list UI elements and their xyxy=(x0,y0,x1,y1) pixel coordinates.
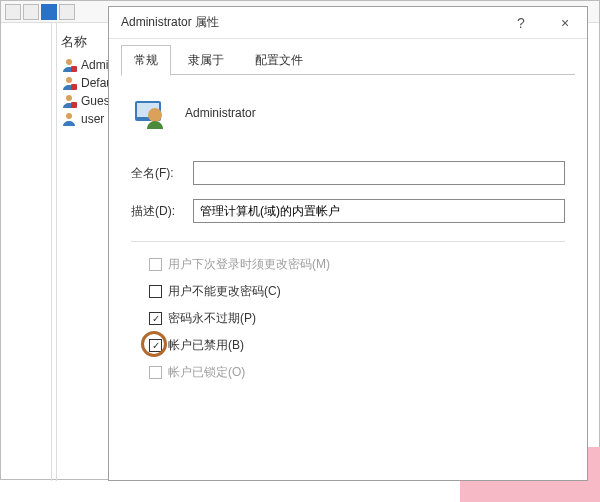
checkbox-icon xyxy=(149,339,162,352)
tab-content: Administrator 全名(F): 描述(D): 用户下次登录时须更改密码… xyxy=(109,75,587,401)
checkbox-account-disabled[interactable]: 帐户已禁用(B) xyxy=(149,337,565,354)
user-icon xyxy=(61,57,77,73)
toolbar-icon[interactable] xyxy=(41,4,57,20)
column-header-name: 名称 xyxy=(61,33,87,51)
user-avatar-icon xyxy=(131,95,167,131)
user-icon xyxy=(61,111,77,127)
checkbox-label: 帐户已锁定(O) xyxy=(168,364,245,381)
svg-point-4 xyxy=(66,95,72,101)
checkbox-label: 密码永不过期(P) xyxy=(168,310,256,327)
checkbox-cannot-change-password[interactable]: 用户不能更改密码(C) xyxy=(149,283,565,300)
toolbar-icon[interactable] xyxy=(5,4,21,20)
checkbox-icon xyxy=(149,312,162,325)
checkbox-label: 用户不能更改密码(C) xyxy=(168,283,281,300)
tab-strip: 常规 隶属于 配置文件 xyxy=(109,45,587,75)
window-title: Administrator 属性 xyxy=(109,14,499,31)
svg-point-9 xyxy=(148,108,162,122)
full-name-label: 全名(F): xyxy=(131,165,193,182)
description-label: 描述(D): xyxy=(131,203,193,220)
checkbox-label: 用户下次登录时须更改密码(M) xyxy=(168,256,330,273)
separator xyxy=(131,241,565,242)
toolbar-icon[interactable] xyxy=(59,4,75,20)
titlebar: Administrator 属性 ? × xyxy=(109,7,587,39)
checkbox-account-locked: 帐户已锁定(O) xyxy=(149,364,565,381)
svg-rect-1 xyxy=(71,66,77,72)
svg-point-2 xyxy=(66,77,72,83)
checkbox-icon xyxy=(149,258,162,271)
checkbox-icon xyxy=(149,366,162,379)
description-input[interactable] xyxy=(193,199,565,223)
checkbox-label: 帐户已禁用(B) xyxy=(168,337,244,354)
svg-rect-3 xyxy=(71,84,77,90)
checkbox-icon xyxy=(149,285,162,298)
tab-member-of[interactable]: 隶属于 xyxy=(175,45,237,76)
full-name-input[interactable] xyxy=(193,161,565,185)
toolbar-icon[interactable] xyxy=(23,4,39,20)
checkbox-must-change-password: 用户下次登录时须更改密码(M) xyxy=(149,256,565,273)
user-icon xyxy=(61,75,77,91)
checkbox-password-never-expires[interactable]: 密码永不过期(P) xyxy=(149,310,565,327)
user-icon xyxy=(61,93,77,109)
svg-point-0 xyxy=(66,59,72,65)
svg-point-6 xyxy=(66,113,72,119)
help-button[interactable]: ? xyxy=(499,7,543,39)
tab-general[interactable]: 常规 xyxy=(121,45,171,76)
close-button[interactable]: × xyxy=(543,7,587,39)
properties-dialog: Administrator 属性 ? × 常规 隶属于 配置文件 Adminis… xyxy=(108,6,588,481)
tab-profile[interactable]: 配置文件 xyxy=(242,45,316,76)
svg-rect-5 xyxy=(71,102,77,108)
list-item-label: Gues xyxy=(81,94,110,108)
user-name-label: Administrator xyxy=(185,106,256,120)
list-item-label: user xyxy=(81,112,104,126)
